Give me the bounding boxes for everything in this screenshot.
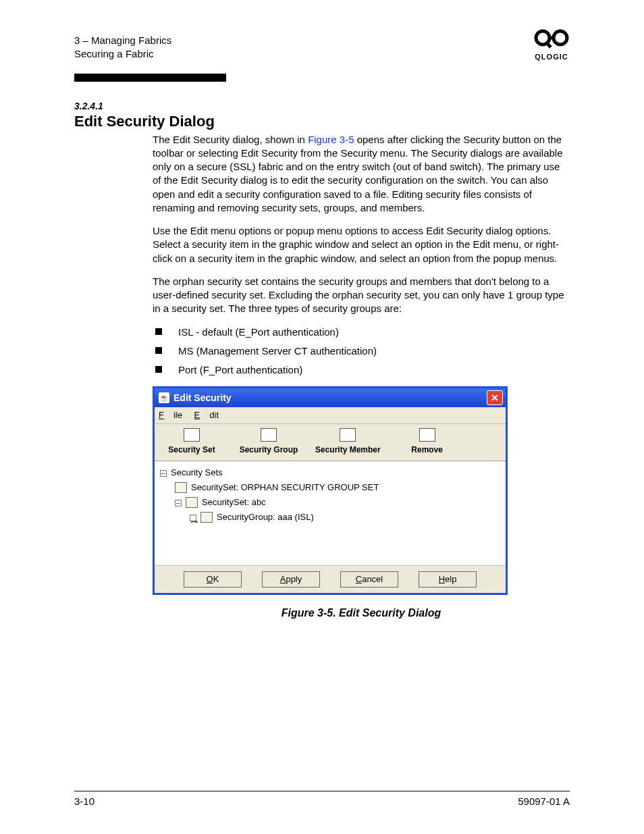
page-header-left: 3 – Managing Fabrics Securing a Fabric (74, 34, 171, 61)
svg-line-3 (547, 43, 551, 47)
figure-caption: Figure 3-5. Edit Security Dialog (153, 606, 570, 621)
dialog-titlebar: ☕ Edit Security ✕ (155, 388, 506, 407)
tree-root[interactable]: Security Sets (160, 465, 500, 480)
tool-security-member[interactable]: Security Member (315, 428, 381, 455)
brand-text: QLOGIC (533, 53, 570, 61)
bullet-item: MS (Management Server CT authentication) (153, 344, 570, 358)
remove-icon (419, 428, 435, 442)
page-footer: 3-10 59097-01 A (74, 791, 570, 807)
security-set-icon (184, 428, 200, 442)
securityset-icon (186, 497, 198, 508)
edit-security-dialog: ☕ Edit Security ✕ File Edit Security Set (153, 386, 508, 595)
security-tree[interactable]: Security Sets SecuritySet: ORPHAN SECURI… (155, 461, 506, 565)
expand-handle-icon[interactable] (175, 499, 182, 506)
brand-logo: QLOGIC (533, 27, 570, 61)
app-icon: ☕ (159, 392, 169, 403)
figure-link[interactable]: Figure 3-5 (308, 134, 354, 145)
paragraph-3: The orphan security set contains the sec… (153, 275, 570, 316)
close-button[interactable]: ✕ (487, 390, 503, 405)
securitygroup-icon (200, 512, 213, 523)
menu-file[interactable]: File (159, 410, 182, 420)
paragraph-2: Use the Edit menu options or popup menu … (153, 224, 570, 265)
security-group-icon (261, 428, 277, 442)
menubar: File Edit (155, 407, 506, 424)
bullet-item: ISL - default (E_Port authentication) (153, 325, 570, 339)
apply-button[interactable]: Apply (262, 571, 320, 588)
bullet-list: ISL - default (E_Port authentication) MS… (153, 325, 570, 377)
leaf-handle-icon (190, 514, 196, 521)
header-rule (74, 74, 226, 82)
section-line: Securing a Fabric (74, 47, 171, 61)
cancel-button[interactable]: Cancel (340, 571, 398, 588)
chapter-line: 3 – Managing Fabrics (74, 34, 171, 47)
tool-security-group[interactable]: Security Group (238, 428, 299, 455)
doc-id: 59097-01 A (518, 796, 570, 807)
tool-remove[interactable]: Remove (397, 428, 458, 455)
qlogic-logo-icon (533, 27, 570, 49)
svg-point-1 (554, 31, 567, 45)
dialog-button-row: OK Apply Cancel Help (155, 565, 506, 593)
security-member-icon (340, 428, 356, 442)
expand-handle-icon[interactable] (160, 469, 167, 476)
close-icon: ✕ (491, 392, 499, 405)
bullet-item: Port (F_Port authentication) (153, 363, 570, 377)
tree-node-orphan[interactable]: SecuritySet: ORPHAN SECURITY GROUP SET (160, 480, 500, 495)
tree-node-abc[interactable]: SecuritySet: abc (160, 495, 500, 510)
tool-security-set[interactable]: Security Set (161, 428, 222, 455)
paragraph-1: The Edit Security dialog, shown in Figur… (153, 133, 570, 215)
securityset-icon (175, 482, 187, 493)
section-number: 3.2.4.1 (74, 101, 570, 111)
toolbar: Security Set Security Group Security Mem… (155, 424, 506, 461)
tree-node-group-aaa[interactable]: SecurityGroup: aaa (ISL) (160, 510, 500, 525)
dialog-title: Edit Security (173, 392, 232, 405)
section-title: Edit Security Dialog (74, 113, 570, 130)
help-button[interactable]: Help (419, 571, 477, 588)
menu-edit[interactable]: Edit (194, 410, 219, 420)
page-number: 3-10 (74, 796, 95, 807)
ok-button[interactable]: OK (184, 571, 242, 588)
